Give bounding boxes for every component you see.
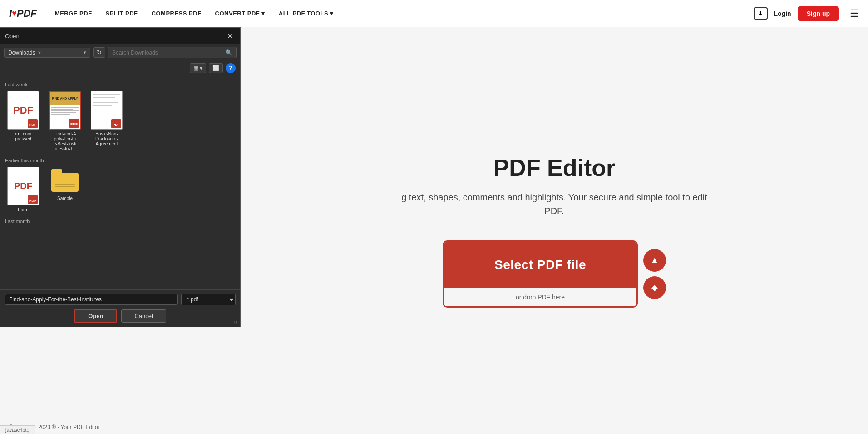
list-item[interactable]: Sample [47,167,83,212]
dialog-titlebar: Open ✕ [0,28,240,44]
list-item[interactable]: PDF PDF Form [5,167,41,212]
upload-area-wrap: Select PDF file or drop PDF here ▲ ◆ [443,240,666,308]
file-dialog: Open ✕ Downloads > ▾ ↻ 🔍 ▦ ▾ ⬜ ? Last w [0,27,241,327]
breadcrumb: Downloads > ▾ [4,48,90,58]
breadcrumb-arrow-icon: > [38,50,40,55]
open-button[interactable]: Open [74,309,117,323]
status-text: javascript:; [5,427,30,433]
section-label-last-week: Last week [5,82,236,87]
upload-area: Select PDF file or drop PDF here [443,240,638,308]
download-button[interactable]: ⬇ [754,7,768,20]
google-drive-icon: ▲ [651,255,659,265]
action-row: Open Cancel [5,309,236,323]
logo-pdf: PDF [17,8,37,20]
dialog-title: Open [5,33,20,40]
file-label: Find-and-Apply-For-the-Best-Institutes-I… [54,131,77,151]
status-bar: javascript:; [0,425,35,434]
chevron-down-icon: ▾ [84,50,86,55]
refresh-button[interactable]: ↻ [93,47,105,58]
file-label: Form [18,207,28,212]
page-subtitle: g text, shapes, comments and highlights.… [395,190,713,218]
file-label: Basic-Non-Disclosure-Agreement [95,131,118,146]
list-item[interactable]: FIND AND APPLY PDF [47,91,83,151]
dropbox-icon: ◆ [651,283,658,293]
filename-input[interactable] [5,294,178,305]
logo[interactable]: I ♥ PDF [9,8,37,20]
file-grid-last-week: PDF PDF rm_compressed FIND A [5,91,236,151]
resize-handle[interactable]: ⠿ [234,320,240,327]
logo-heart-icon: ♥ [12,9,17,18]
select-pdf-button[interactable]: Select PDF file [444,242,636,288]
view-split-button[interactable]: ⬜ [209,63,223,73]
list-item[interactable]: PDF Basic-Non-Disclosure-Agreement [89,91,125,151]
main-content: Open ✕ Downloads > ▾ ↻ 🔍 ▦ ▾ ⬜ ? Last w [0,27,868,434]
search-button[interactable]: 🔍 [222,47,236,58]
file-grid-earlier: PDF PDF Form [5,167,236,212]
hamburger-menu-icon[interactable]: ☰ [850,8,859,20]
google-drive-button[interactable]: ▲ [643,249,666,272]
dialog-toolbar: Downloads > ▾ ↻ 🔍 [0,44,240,61]
file-label: Sample [57,196,73,201]
nav-merge-pdf[interactable]: MERGE PDF [55,10,92,17]
cloud-buttons: ▲ ◆ [643,249,666,299]
file-label: rm_compressed [15,131,31,141]
nav-links: MERGE PDF SPLIT PDF COMPRESS PDF CONVERT… [55,10,754,17]
view-options-row: ▦ ▾ ⬜ ? [0,61,240,75]
download-icon: ⬇ [758,10,763,17]
dropbox-button[interactable]: ◆ [643,276,666,299]
cancel-button[interactable]: Cancel [121,309,166,323]
signup-button[interactable]: Sign up [798,6,839,21]
breadcrumb-label: Downloads [8,50,35,56]
chevron-down-icon: ▾ [261,10,265,17]
search-input[interactable] [108,48,222,58]
nav-right: ⬇ Login Sign up ☰ [754,6,859,21]
view-grid-button[interactable]: ▦ ▾ [190,63,206,73]
dialog-close-button[interactable]: ✕ [224,31,236,41]
drop-zone-text: or drop PDF here [444,288,636,306]
page-content: PDF Editor g text, shapes, comments and … [241,27,868,434]
nav-convert-pdf[interactable]: CONVERT PDF ▾ [215,10,265,17]
help-button[interactable]: ? [226,63,236,73]
section-label-earlier: Earlier this month [5,158,236,163]
login-button[interactable]: Login [774,10,791,17]
search-area: 🔍 [108,47,237,58]
section-label-last-month: Last month [5,219,236,224]
chevron-down-icon: ▾ [330,10,334,17]
filetype-select[interactable]: *.pdf [181,294,236,305]
footer: © ilovePDF 2023 ® - Your PDF Editor [0,420,868,434]
dialog-bottom-bar: *.pdf Open Cancel [0,289,240,327]
nav-compress-pdf[interactable]: COMPRESS PDF [152,10,202,17]
file-list-area: Last week PDF PDF rm_compresse [0,75,240,289]
navbar: I ♥ PDF MERGE PDF SPLIT PDF COMPRESS PDF… [0,0,868,27]
nav-split-pdf[interactable]: SPLIT PDF [106,10,138,17]
nav-all-pdf-tools[interactable]: ALL PDF TOOLS ▾ [279,10,334,17]
list-item[interactable]: PDF PDF rm_compressed [5,91,41,151]
filename-row: *.pdf [5,294,236,305]
page-title: PDF Editor [493,154,616,181]
